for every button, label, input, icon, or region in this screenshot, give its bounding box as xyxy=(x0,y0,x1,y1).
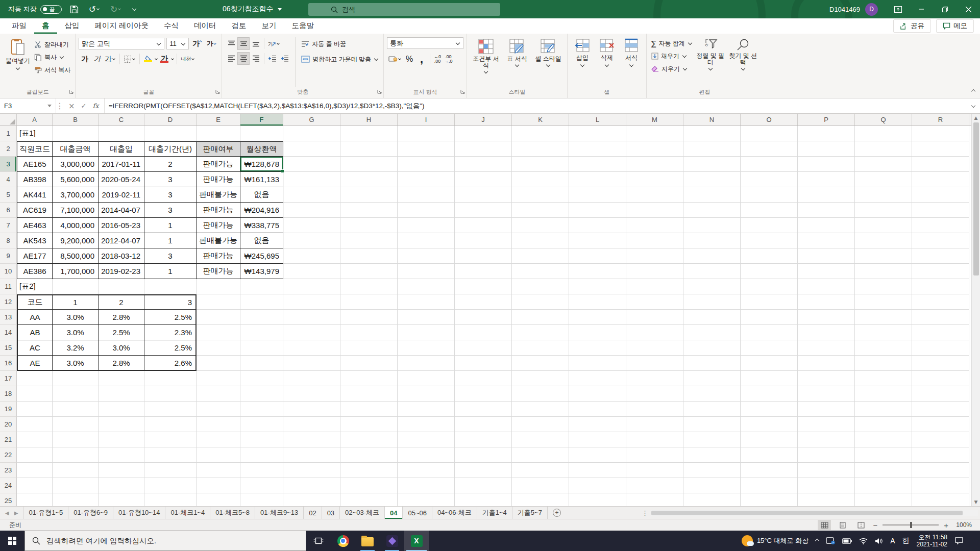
percent-style-button[interactable]: % xyxy=(403,53,415,65)
comma-style-button[interactable]: , xyxy=(415,53,428,65)
cell[interactable] xyxy=(455,141,512,157)
cell[interactable] xyxy=(798,432,855,447)
namebox-splitter[interactable]: ⋮ xyxy=(56,98,63,113)
cell[interactable] xyxy=(741,218,798,233)
fill-color-button[interactable] xyxy=(142,53,154,65)
page-break-view-button[interactable] xyxy=(854,520,868,530)
cell[interactable] xyxy=(683,141,741,157)
cell[interactable]: [표2] xyxy=(17,279,53,294)
cell[interactable] xyxy=(283,447,340,463)
cell[interactable] xyxy=(455,279,512,294)
cell[interactable] xyxy=(683,417,741,432)
cell[interactable] xyxy=(798,157,855,172)
cell[interactable]: ₩338,775 xyxy=(240,218,283,233)
row-header[interactable]: 14 xyxy=(0,325,17,340)
column-header[interactable]: L xyxy=(569,114,626,126)
cell[interactable] xyxy=(240,386,283,402)
phonetic-button[interactable]: 내천 xyxy=(179,53,197,65)
cell[interactable]: 2.5% xyxy=(99,325,144,340)
sheet-tab-5[interactable]: 01-체크9~13 xyxy=(255,507,304,519)
ribbon-tab-4[interactable]: 수식 xyxy=(156,18,186,34)
close-button[interactable] xyxy=(957,0,980,18)
row-header[interactable]: 7 xyxy=(0,218,17,233)
cell[interactable] xyxy=(798,264,855,279)
cell[interactable] xyxy=(283,493,340,506)
cell[interactable]: ₩161,133 xyxy=(240,172,283,187)
cell[interactable] xyxy=(569,157,626,172)
cell[interactable] xyxy=(240,340,283,356)
cell[interactable] xyxy=(798,402,855,417)
cell[interactable] xyxy=(455,218,512,233)
cell[interactable] xyxy=(512,493,569,506)
cell[interactable]: AE386 xyxy=(17,264,53,279)
cell[interactable] xyxy=(455,447,512,463)
cell[interactable] xyxy=(798,447,855,463)
cell[interactable] xyxy=(197,402,240,417)
cell[interactable]: 2014-04-07 xyxy=(99,203,144,218)
hidden-icons-button[interactable] xyxy=(816,539,819,542)
cell[interactable] xyxy=(455,432,512,447)
cell[interactable] xyxy=(855,356,912,371)
cell[interactable] xyxy=(741,294,798,310)
cell[interactable] xyxy=(855,233,912,248)
cell[interactable]: 대출기간(년) xyxy=(144,141,197,157)
cell[interactable] xyxy=(569,356,626,371)
cell[interactable]: ₩245,695 xyxy=(240,248,283,264)
cell[interactable] xyxy=(741,432,798,447)
cell[interactable] xyxy=(798,294,855,310)
cell[interactable] xyxy=(512,279,569,294)
cell[interactable]: 3 xyxy=(144,294,197,310)
cell[interactable] xyxy=(626,187,683,203)
cell[interactable] xyxy=(283,325,340,340)
cell[interactable]: 3.0% xyxy=(53,310,99,325)
cell[interactable] xyxy=(99,402,144,417)
sheet-tab-4[interactable]: 01-체크5~8 xyxy=(210,507,255,519)
cell[interactable] xyxy=(398,463,455,478)
cell[interactable] xyxy=(240,402,283,417)
font-name-select[interactable]: 맑은 고딕 xyxy=(79,38,164,49)
cell[interactable] xyxy=(912,432,969,447)
sheet-tab-9[interactable]: 04 xyxy=(385,507,403,519)
row-header[interactable]: 17 xyxy=(0,371,17,386)
cell[interactable]: 코드 xyxy=(17,294,53,310)
cell[interactable] xyxy=(99,126,144,141)
cell[interactable] xyxy=(340,478,398,493)
cell[interactable] xyxy=(798,218,855,233)
cell[interactable] xyxy=(283,402,340,417)
cell[interactable] xyxy=(99,478,144,493)
cell[interactable]: 2.5% xyxy=(144,340,197,356)
cell[interactable] xyxy=(798,463,855,478)
cell[interactable] xyxy=(240,126,283,141)
save-button[interactable] xyxy=(68,0,81,18)
cell[interactable] xyxy=(53,432,99,447)
cell[interactable] xyxy=(512,172,569,187)
cell[interactable] xyxy=(455,417,512,432)
cell[interactable] xyxy=(626,371,683,386)
cell[interactable] xyxy=(144,447,197,463)
cell[interactable] xyxy=(855,478,912,493)
cell[interactable] xyxy=(455,187,512,203)
cell[interactable] xyxy=(240,371,283,386)
start-button[interactable] xyxy=(0,531,24,551)
cell[interactable] xyxy=(240,279,283,294)
cell[interactable] xyxy=(398,386,455,402)
cell[interactable] xyxy=(455,233,512,248)
row-header[interactable]: 1 xyxy=(0,126,17,141)
cell[interactable] xyxy=(569,340,626,356)
cell[interactable] xyxy=(144,126,197,141)
cell[interactable] xyxy=(53,402,99,417)
cell[interactable] xyxy=(340,310,398,325)
redo-button[interactable]: ↻ xyxy=(108,0,124,18)
cell[interactable]: AK441 xyxy=(17,187,53,203)
cell[interactable] xyxy=(283,356,340,371)
cell[interactable] xyxy=(912,126,969,141)
cell[interactable] xyxy=(855,157,912,172)
cell[interactable]: 3 xyxy=(144,187,197,203)
cell[interactable] xyxy=(569,463,626,478)
cell[interactable] xyxy=(798,325,855,340)
cell[interactable] xyxy=(398,402,455,417)
row-header[interactable]: 16 xyxy=(0,356,17,371)
avatar[interactable]: D xyxy=(865,3,878,16)
cell[interactable] xyxy=(240,447,283,463)
cell[interactable] xyxy=(626,157,683,172)
